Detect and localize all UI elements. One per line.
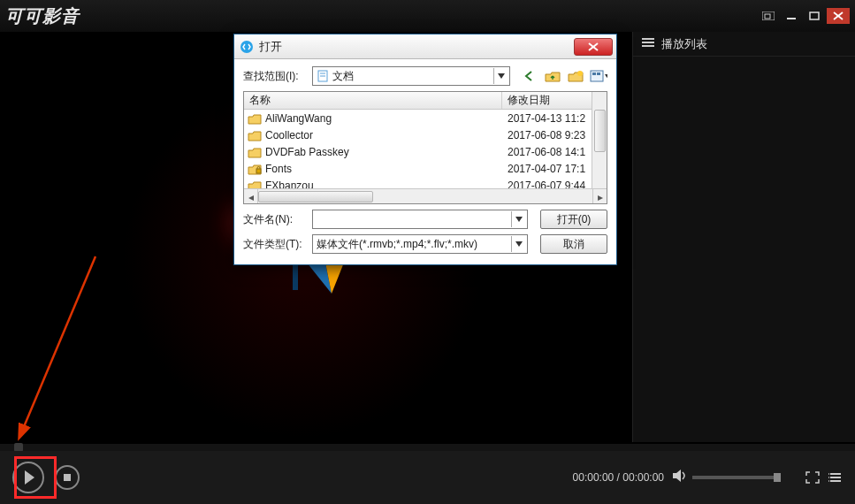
open-file-dialog: 打开 查找范围(I): 文档 <box>233 34 617 265</box>
dialog-titlebar[interactable]: 打开 <box>234 34 616 59</box>
file-row[interactable]: FXbanzou2017-06-07 9:44 <box>244 177 607 188</box>
v-scroll-thumb[interactable] <box>594 110 606 152</box>
file-name: DVDFab Passkey <box>265 146 502 158</box>
dialog-app-icon <box>240 40 254 54</box>
svg-rect-32 <box>256 169 261 173</box>
svg-point-18 <box>828 477 829 478</box>
folder-icon <box>248 112 262 125</box>
file-name: AliWangWang <box>265 112 502 125</box>
chevron-down-icon[interactable] <box>511 211 525 227</box>
dialog-title: 打开 <box>259 39 574 55</box>
views-button[interactable] <box>590 68 607 84</box>
playlist-sidebar: 播放列表 <box>632 32 855 442</box>
vertical-scrollbar[interactable] <box>592 92 607 188</box>
minimize-button[interactable] <box>781 8 802 24</box>
chevron-down-icon[interactable] <box>511 236 525 252</box>
svg-point-19 <box>828 480 829 482</box>
time-current: 00:00:00 <box>573 471 615 484</box>
h-scroll-left[interactable]: ◂ <box>244 189 258 204</box>
file-row[interactable]: AliWangWang2017-04-13 11:2 <box>244 110 607 126</box>
svg-rect-1 <box>765 14 770 19</box>
svg-marker-13 <box>673 470 681 482</box>
time-total: 00:00:00 <box>622 471 664 484</box>
open-button[interactable]: 打开(0) <box>540 210 607 229</box>
svg-point-17 <box>828 473 829 475</box>
svg-rect-3 <box>810 12 819 19</box>
volume-knob[interactable] <box>774 473 781 482</box>
filename-input[interactable] <box>312 210 528 229</box>
file-row[interactable]: Fonts2017-04-07 17:1 <box>244 160 607 177</box>
horizontal-scrollbar[interactable]: ◂ ▸ <box>244 188 607 203</box>
svg-point-27 <box>577 71 583 76</box>
chevron-down-icon[interactable] <box>493 68 508 84</box>
stop-button[interactable] <box>55 465 80 490</box>
folder-icon <box>248 179 262 189</box>
up-one-level-button[interactable] <box>544 68 561 84</box>
h-scroll-thumb[interactable] <box>258 191 373 202</box>
file-row[interactable]: Coollector2017-06-08 9:23 <box>244 126 607 143</box>
back-button[interactable] <box>521 68 538 84</box>
file-name: Fonts <box>265 163 502 175</box>
svg-marker-31 <box>605 74 607 78</box>
annotation-highlight <box>14 456 57 499</box>
folder-icon <box>248 163 262 175</box>
svg-line-9 <box>23 256 95 429</box>
filetype-combo[interactable]: 媒体文件(*.rmvb;*.mp4;*.flv;*.mkv) <box>312 234 528 254</box>
close-button[interactable] <box>827 8 850 24</box>
folder-icon <box>248 146 262 158</box>
filetype-value: 媒体文件(*.rmvb;*.mp4;*.flv;*.mkv) <box>317 237 511 252</box>
fullscreen-button[interactable] <box>805 471 820 484</box>
file-name: FXbanzou <box>265 179 502 189</box>
volume-icon[interactable] <box>673 470 687 485</box>
dialog-close-button[interactable] <box>574 38 613 56</box>
seek-bar[interactable] <box>0 444 855 451</box>
playback-controls: 00:00:00 / 00:00:00 <box>0 451 855 504</box>
playlist-title: 播放列表 <box>661 36 707 52</box>
svg-point-20 <box>240 41 253 53</box>
svg-rect-30 <box>597 73 600 75</box>
file-name: Coollector <box>265 129 502 141</box>
column-name[interactable]: 名称 <box>244 92 502 109</box>
playlist-toggle-button[interactable] <box>828 471 843 484</box>
svg-marker-33 <box>515 217 523 222</box>
look-in-combo[interactable]: 文档 <box>312 66 510 86</box>
svg-rect-28 <box>591 71 603 81</box>
mini-mode-button[interactable] <box>758 8 779 24</box>
svg-rect-29 <box>592 73 596 75</box>
file-row[interactable]: DVDFab Passkey2017-06-08 14:1 <box>244 143 607 160</box>
filetype-label: 文件类型(T): <box>243 237 307 252</box>
titlebar: 可可影音 <box>0 0 855 32</box>
stop-icon <box>64 474 71 481</box>
svg-marker-34 <box>515 241 523 247</box>
annotation-arrow <box>7 248 113 442</box>
filename-label: 文件名(N): <box>243 212 307 227</box>
time-display: 00:00:00 / 00:00:00 <box>573 471 664 484</box>
document-icon <box>317 70 329 82</box>
playlist-menu-icon[interactable] <box>642 37 654 50</box>
file-list-header[interactable]: 名称 修改日期 <box>244 92 607 110</box>
file-list[interactable]: 名称 修改日期 AliWangWang2017-04-13 11:2Coolle… <box>243 91 607 204</box>
look-in-label: 查找范围(I): <box>243 69 307 84</box>
h-scroll-right[interactable]: ▸ <box>592 189 607 204</box>
look-in-value: 文档 <box>332 69 493 84</box>
cancel-button[interactable]: 取消 <box>540 234 607 254</box>
app-title: 可可影音 <box>5 4 80 28</box>
maximize-button[interactable] <box>804 8 825 24</box>
folder-icon <box>248 129 262 141</box>
svg-marker-26 <box>498 73 505 79</box>
new-folder-button[interactable] <box>567 68 584 84</box>
volume-slider[interactable] <box>692 476 781 479</box>
